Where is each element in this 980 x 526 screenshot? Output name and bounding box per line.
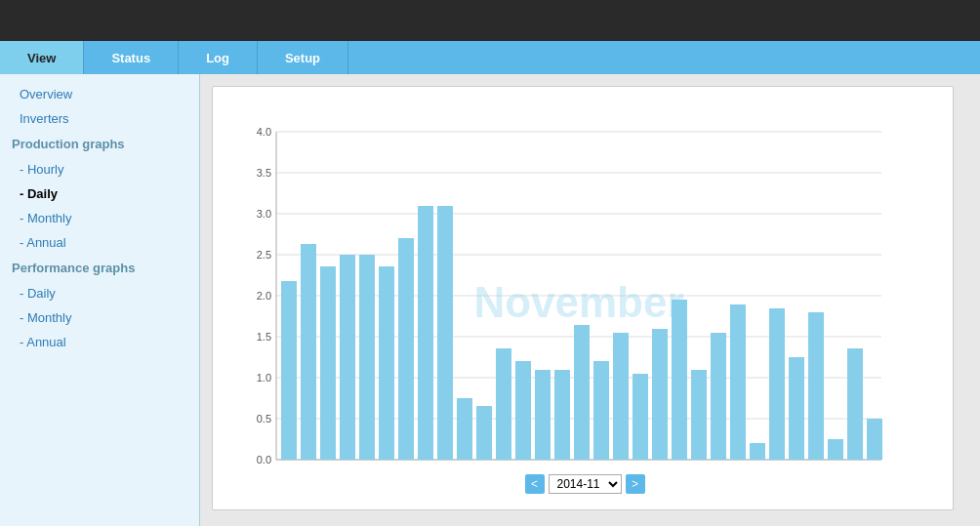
bar-18 bbox=[613, 333, 629, 460]
bar-16 bbox=[574, 325, 590, 460]
bar-17 bbox=[593, 361, 609, 460]
bar-12 bbox=[496, 348, 511, 460]
bar-5 bbox=[359, 255, 375, 460]
bar-10 bbox=[457, 398, 472, 460]
nav-tab-log[interactable]: Log bbox=[179, 41, 258, 74]
svg-text:0.0: 0.0 bbox=[257, 454, 271, 464]
svg-text:1.0: 1.0 bbox=[257, 372, 271, 384]
bar-27 bbox=[789, 357, 804, 460]
chart-svg-wrap: 0.0 0.5 1.0 1.5 2.0 2.5 3.0 3.5 4.0 Nove… bbox=[232, 112, 937, 466]
svg-text:1.5: 1.5 bbox=[257, 331, 271, 343]
bar-30 bbox=[847, 348, 863, 460]
bar-31 bbox=[867, 419, 882, 460]
main-nav: ViewStatusLogSetup bbox=[0, 41, 980, 74]
bar-19 bbox=[633, 374, 648, 460]
nav-tab-setup[interactable]: Setup bbox=[258, 41, 348, 74]
bar-3 bbox=[320, 266, 336, 460]
sidebar-item-inverters[interactable]: Inverters bbox=[0, 106, 199, 131]
sidebar-section-performance-graphs: Performance graphs bbox=[0, 255, 199, 281]
bar-11 bbox=[476, 406, 492, 460]
bar-24 bbox=[730, 304, 746, 460]
bar-28 bbox=[808, 312, 824, 460]
bar-14 bbox=[535, 370, 551, 460]
chart-nav: < 2014-11 > bbox=[232, 474, 937, 494]
sidebar-item-overview[interactable]: Overview bbox=[0, 82, 199, 106]
next-month-button[interactable]: > bbox=[626, 474, 645, 494]
sidebar-section-production-graphs: Production graphs bbox=[0, 131, 199, 157]
bar-26 bbox=[769, 308, 785, 460]
content-area: 0.0 0.5 1.0 1.5 2.0 2.5 3.0 3.5 4.0 Nove… bbox=[200, 74, 980, 526]
main-area: OverviewInvertersProduction graphs- Hour… bbox=[0, 74, 980, 526]
bar-20 bbox=[652, 329, 668, 460]
bar-21 bbox=[672, 300, 687, 460]
bar-29 bbox=[828, 439, 843, 460]
sidebar-item-annual[interactable]: - Annual bbox=[0, 230, 199, 255]
bar-2 bbox=[301, 244, 316, 460]
svg-text:November: November bbox=[473, 278, 683, 326]
sidebar-item-hourly[interactable]: - Hourly bbox=[0, 157, 199, 182]
svg-text:2.0: 2.0 bbox=[257, 290, 271, 302]
sidebar: OverviewInvertersProduction graphs- Hour… bbox=[0, 74, 200, 526]
bar-22 bbox=[691, 370, 707, 460]
sidebar-item-annual[interactable]: - Annual bbox=[0, 330, 199, 354]
chart-area: 0.0 0.5 1.0 1.5 2.0 2.5 3.0 3.5 4.0 Nove… bbox=[228, 112, 937, 494]
chart-svg: 0.0 0.5 1.0 1.5 2.0 2.5 3.0 3.5 4.0 Nove… bbox=[232, 112, 896, 464]
bar-7 bbox=[398, 238, 414, 460]
svg-text:4.0: 4.0 bbox=[257, 126, 271, 138]
bar-4 bbox=[340, 255, 355, 460]
bar-15 bbox=[554, 370, 570, 460]
svg-text:2.5: 2.5 bbox=[257, 249, 271, 261]
sidebar-item-monthly[interactable]: - Monthly bbox=[0, 206, 199, 230]
svg-text:3.5: 3.5 bbox=[257, 167, 271, 179]
bar-23 bbox=[711, 333, 726, 460]
bar-6 bbox=[379, 266, 394, 460]
nav-tab-status[interactable]: Status bbox=[84, 41, 179, 74]
chart-container: 0.0 0.5 1.0 1.5 2.0 2.5 3.0 3.5 4.0 Nove… bbox=[212, 86, 954, 510]
sidebar-item-monthly[interactable]: - Monthly bbox=[0, 305, 199, 330]
bar-1 bbox=[281, 281, 297, 460]
prev-month-button[interactable]: < bbox=[525, 474, 545, 494]
bar-8 bbox=[418, 206, 433, 460]
svg-text:3.0: 3.0 bbox=[257, 208, 271, 220]
app-header bbox=[0, 0, 980, 41]
nav-tab-view[interactable]: View bbox=[0, 41, 84, 74]
svg-text:0.5: 0.5 bbox=[257, 413, 271, 425]
month-select[interactable]: 2014-11 bbox=[549, 474, 622, 494]
bar-9 bbox=[437, 206, 453, 460]
bar-13 bbox=[515, 361, 531, 460]
sidebar-item-daily[interactable]: - Daily bbox=[0, 281, 199, 305]
bar-25 bbox=[750, 443, 765, 460]
chart-inner: 0.0 0.5 1.0 1.5 2.0 2.5 3.0 3.5 4.0 Nove… bbox=[232, 112, 937, 494]
sidebar-item-daily[interactable]: - Daily bbox=[0, 182, 199, 206]
